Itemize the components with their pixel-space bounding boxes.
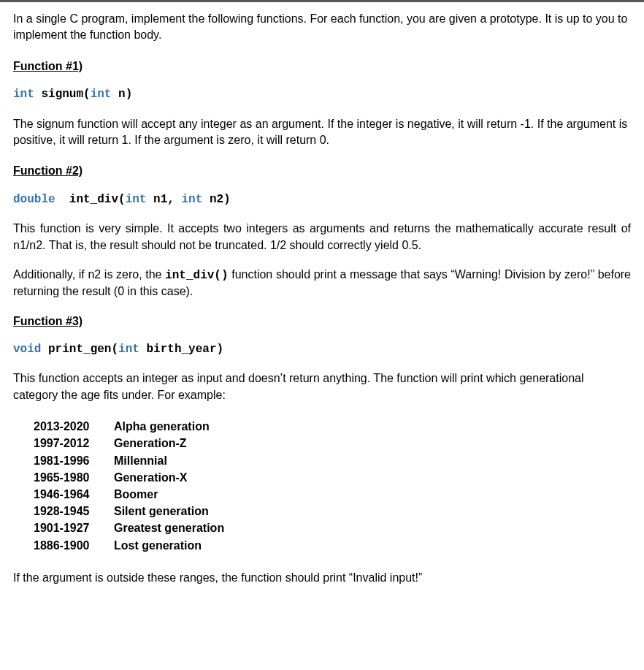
generation-row: 1901-1927Greatest generation — [34, 519, 631, 536]
generation-years: 1901-1927 — [34, 519, 114, 536]
return-type: int — [13, 88, 34, 101]
function-1-heading: Function #1) — [13, 58, 631, 75]
function-3-heading: Function #3) — [13, 313, 631, 330]
desc-text-a: Additionally, if n2 is zero, the — [13, 268, 165, 281]
function-name: int_div — [69, 193, 118, 206]
return-type: double — [13, 193, 55, 206]
arg-name: n — [118, 88, 126, 101]
paren-close: ) — [216, 343, 223, 356]
generation-name: Generation-Z — [114, 435, 631, 452]
function-name: print_gen — [48, 343, 111, 356]
function-1-description: The signum function will accept any inte… — [13, 116, 631, 149]
return-type: void — [13, 343, 41, 356]
function-2-description-2: Additionally, if n2 is zero, the int_div… — [13, 267, 631, 300]
arg1-type: int — [126, 193, 147, 206]
function-2-prototype: double int_div(int n1, int n2) — [13, 191, 631, 208]
generation-name: Silent generation — [114, 503, 631, 519]
generation-years: 1946-1964 — [34, 486, 114, 503]
generation-years: 1928-1945 — [34, 503, 114, 519]
arg-name: birth_year — [146, 343, 216, 356]
generation-years: 1981-1996 — [34, 452, 114, 469]
function-1-prototype: int signum(int n) — [13, 86, 631, 102]
arg2-type: int — [181, 193, 202, 206]
arg-type: int — [91, 88, 112, 101]
generation-name: Lost generation — [114, 537, 631, 554]
paren-close: ) — [223, 193, 231, 206]
generation-row: 1981-1996Millennial — [34, 452, 631, 469]
paren-close: ) — [126, 88, 133, 101]
generation-name: Alpha generation — [114, 418, 631, 435]
generation-row: 1928-1945Silent generation — [34, 503, 631, 519]
function-2-description-1: This function is very simple. It accepts… — [13, 221, 631, 254]
generation-row: 1886-1900Lost generation — [34, 537, 631, 554]
paren-open: ( — [83, 88, 91, 101]
intro-text: In a single C program, implement the fol… — [13, 11, 631, 44]
generation-row: 1965-1980Generation-X — [34, 469, 631, 486]
arg-type: int — [118, 343, 139, 356]
function-3-description-2: If the argument is outside these ranges,… — [13, 570, 631, 586]
generation-name: Millennial — [114, 452, 631, 469]
arg1-name: n1 — [153, 193, 167, 206]
arg2-name: n2 — [210, 193, 223, 206]
inline-code: int_div() — [165, 269, 228, 282]
generation-name: Boomer — [114, 486, 631, 503]
paren-open: ( — [111, 343, 118, 356]
generation-years: 2013-2020 — [34, 418, 114, 435]
function-name: signum — [41, 88, 83, 101]
function-3-description-1: This function accepts an integer as inpu… — [13, 370, 631, 403]
generation-years: 1997-2012 — [34, 435, 114, 452]
generation-table: 2013-2020Alpha generation1997-2012Genera… — [34, 418, 631, 554]
paren-open: ( — [118, 193, 126, 206]
generation-row: 1946-1964Boomer — [34, 486, 631, 503]
generation-row: 2013-2020Alpha generation — [34, 418, 631, 435]
generation-years: 1965-1980 — [34, 469, 114, 486]
comma: , — [167, 193, 181, 206]
generation-name: Greatest generation — [114, 519, 631, 536]
generation-row: 1997-2012Generation-Z — [34, 435, 631, 452]
function-3-prototype: void print_gen(int birth_year) — [13, 341, 631, 357]
generation-years: 1886-1900 — [34, 537, 114, 554]
generation-name: Generation-X — [114, 469, 631, 486]
function-2-heading: Function #2) — [13, 163, 631, 179]
